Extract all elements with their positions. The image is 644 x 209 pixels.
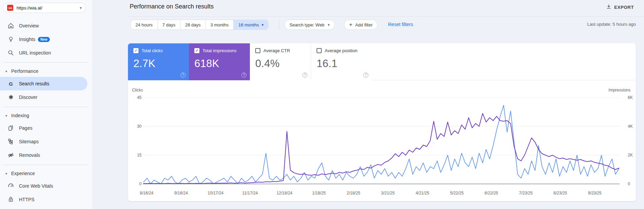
last-update-text: Last update: 5 hours ago — [587, 22, 636, 27]
svg-text:5/22/25: 5/22/25 — [450, 191, 464, 195]
sidebar-item-search-results[interactable]: G Search results — [0, 77, 87, 90]
svg-text:9/16/24: 9/16/24 — [174, 191, 188, 195]
sidebar-item-sitemaps[interactable]: Sitemaps — [0, 135, 92, 148]
google-g-icon: G — [7, 80, 14, 87]
reset-filters-link[interactable]: Reset filters — [388, 22, 413, 27]
range-24-hours[interactable]: 24 hours — [131, 20, 158, 29]
property-logo: wa — [7, 5, 13, 11]
svg-text:Impressions: Impressions — [608, 88, 630, 92]
sidebar-item-https[interactable]: HTTPS — [0, 193, 92, 206]
sidebar-item-label: Core Web Vitals — [19, 183, 53, 189]
svg-text:2/18/25: 2/18/25 — [347, 191, 360, 195]
sidebar-item-label: HTTPS — [19, 197, 35, 202]
svg-text:9/23/25: 9/23/25 — [588, 191, 601, 195]
filter-separator — [279, 20, 279, 29]
eye-off-icon — [7, 152, 14, 159]
range-7-days[interactable]: 7 days — [158, 20, 180, 29]
sidebar-section-experience[interactable]: ▾ Experience — [0, 168, 92, 179]
chevron-down-icon: ▾ — [328, 23, 330, 27]
sidebar-item-label: Insights — [19, 37, 35, 42]
sidebar-section-indexing[interactable]: ▾ Indexing — [0, 110, 92, 121]
svg-text:8/23/25: 8/23/25 — [554, 191, 567, 195]
sidebar-item-pages[interactable]: Pages — [0, 121, 92, 135]
metric-value: 2.7K — [133, 58, 184, 70]
sidebar-item-label: Discover — [19, 95, 37, 100]
sidebar-item-overview[interactable]: Overview — [0, 19, 92, 33]
svg-text:15: 15 — [137, 153, 142, 158]
lock-icon — [7, 196, 14, 203]
metric-card-total-impressions[interactable]: ✓ Total impressions 618K ? — [189, 43, 250, 80]
svg-text:8/16/24: 8/16/24 — [140, 191, 153, 195]
sidebar-item-discover[interactable]: ✱ Discover — [0, 90, 92, 104]
new-badge: New — [38, 37, 50, 42]
svg-text:45: 45 — [137, 95, 142, 100]
chevron-down-icon: ▾ — [262, 23, 264, 27]
svg-text:11/17/24: 11/17/24 — [242, 191, 258, 195]
svg-text:4K: 4K — [628, 124, 633, 129]
sidebar-item-label: Pages — [19, 125, 33, 131]
metric-card-average-ctr[interactable]: Average CTR 0.4% ? — [250, 43, 311, 80]
plus-icon: + — [349, 21, 352, 28]
metric-card-average-position[interactable]: Average position 16.1 ? — [311, 43, 372, 80]
range-28-days[interactable]: 28 days — [180, 20, 206, 29]
sidebar-item-insights[interactable]: Insights New — [0, 33, 92, 46]
chevron-down-icon: ▾ — [5, 69, 7, 73]
svg-text:7/23/25: 7/23/25 — [519, 191, 533, 195]
checkbox-checked[interactable]: ✓ — [194, 48, 199, 53]
export-button[interactable]: EXPORT — [606, 3, 634, 12]
metric-value: 16.1 — [317, 58, 366, 70]
lightbulb-icon — [7, 36, 14, 43]
performance-card: ✓ Total clicks 2.7K ? ✓ Total impression… — [128, 43, 636, 201]
sidebar-item-url-inspection[interactable]: URL inspection — [0, 46, 92, 60]
range-3-months[interactable]: 3 months — [206, 20, 233, 29]
performance-chart[interactable]: 00152K304K456KClicksImpressions8/16/249/… — [128, 80, 636, 201]
sidebar-item-label: URL inspection — [19, 50, 51, 56]
sidebar-item-label: Overview — [19, 23, 39, 28]
chevron-down-icon: ▾ — [5, 172, 7, 175]
sidebar-item-label: Search results — [19, 81, 49, 86]
svg-text:Clicks: Clicks — [132, 88, 143, 92]
help-icon[interactable]: ? — [302, 72, 307, 78]
svg-text:12/18/24: 12/18/24 — [277, 191, 293, 195]
search-type-filter[interactable]: Search type: Web ▾ — [284, 20, 335, 30]
metric-value: 0.4% — [255, 58, 305, 70]
svg-text:0: 0 — [628, 182, 630, 186]
sidebar-item-removals[interactable]: Removals — [0, 148, 92, 162]
sidebar-item-label: Sitemaps — [19, 139, 39, 144]
metric-card-total-clicks[interactable]: ✓ Total clicks 2.7K ? — [128, 43, 189, 80]
help-icon[interactable]: ? — [241, 72, 246, 78]
add-filter-button[interactable]: + Add filter — [344, 20, 378, 30]
checkbox-unchecked[interactable] — [255, 48, 260, 53]
sidebar-divider — [3, 107, 89, 107]
svg-text:6K: 6K — [628, 95, 633, 100]
svg-text:3/21/25: 3/21/25 — [381, 191, 395, 195]
sidebar-section-performance[interactable]: ▾ Performance — [0, 65, 92, 77]
sidebar-item-label: Removals — [19, 152, 40, 158]
header-divider — [128, 16, 644, 17]
help-icon[interactable]: ? — [180, 72, 186, 78]
svg-text:1/18/25: 1/18/25 — [312, 191, 326, 195]
property-selector[interactable]: wa https://wia.al/ ▾ — [3, 3, 86, 13]
help-icon[interactable]: ? — [363, 72, 368, 78]
pages-icon — [7, 125, 14, 131]
sidebar-item-core-web-vitals[interactable]: Core Web Vitals — [0, 179, 92, 193]
svg-text:6/22/25: 6/22/25 — [485, 191, 498, 195]
range-16-months[interactable]: 16 months ▾ — [234, 20, 268, 29]
svg-text:30: 30 — [137, 124, 142, 129]
download-icon — [606, 4, 611, 11]
discover-icon: ✱ — [7, 94, 14, 101]
chevron-down-icon: ▾ — [80, 6, 82, 10]
search-icon — [7, 49, 14, 56]
svg-text:2K: 2K — [628, 153, 633, 158]
date-range-group: 24 hours 7 days 28 days 3 months 16 mont… — [130, 20, 269, 30]
home-icon — [7, 22, 14, 29]
property-url: https://wia.al/ — [17, 5, 80, 11]
sidebar-divider — [3, 165, 89, 165]
sidebar: wa https://wia.al/ ▾ Overview Insights N… — [0, 0, 92, 209]
checkbox-checked[interactable]: ✓ — [133, 48, 138, 53]
page-title: Performance on Search results — [130, 3, 214, 10]
sitemap-icon — [7, 138, 14, 145]
svg-text:4/21/25: 4/21/25 — [415, 191, 429, 195]
checkbox-unchecked[interactable] — [317, 48, 322, 53]
metric-tiles: ✓ Total clicks 2.7K ? ✓ Total impression… — [128, 43, 636, 80]
